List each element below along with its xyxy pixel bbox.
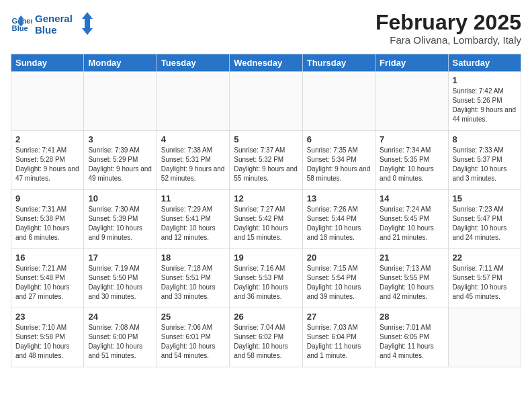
day-number: 6: [307, 134, 371, 144]
day-info: Sunrise: 7:29 AM Sunset: 5:41 PM Dayligh…: [161, 205, 225, 242]
day-info: Sunrise: 7:26 AM Sunset: 5:44 PM Dayligh…: [307, 205, 371, 242]
calendar-day-cell: [375, 72, 448, 131]
day-number: 9: [15, 193, 79, 203]
calendar-body: 1Sunrise: 7:42 AM Sunset: 5:26 PM Daylig…: [11, 72, 521, 367]
calendar-day-cell: 11Sunrise: 7:29 AM Sunset: 5:41 PM Dayli…: [157, 190, 229, 249]
day-info: Sunrise: 7:13 AM Sunset: 5:55 PM Dayligh…: [380, 264, 443, 302]
calendar-week-row: 16Sunrise: 7:21 AM Sunset: 5:48 PM Dayli…: [11, 249, 521, 308]
calendar-day-cell: 16Sunrise: 7:21 AM Sunset: 5:48 PM Dayli…: [11, 249, 84, 308]
weekday-header-cell: Saturday: [448, 54, 521, 72]
weekday-header-cell: Wednesday: [230, 54, 302, 72]
calendar-day-cell: 26Sunrise: 7:04 AM Sunset: 6:02 PM Dayli…: [230, 308, 302, 367]
calendar-day-cell: 4Sunrise: 7:38 AM Sunset: 5:31 PM Daylig…: [157, 131, 229, 190]
day-number: 26: [234, 312, 298, 322]
day-info: Sunrise: 7:15 AM Sunset: 5:54 PM Dayligh…: [307, 264, 371, 302]
day-number: 18: [161, 253, 225, 263]
weekday-header-row: SundayMondayTuesdayWednesdayThursdayFrid…: [11, 54, 521, 72]
svg-text:Blue: Blue: [12, 24, 28, 32]
day-info: Sunrise: 7:37 AM Sunset: 5:32 PM Dayligh…: [234, 146, 298, 183]
calendar-day-cell: 17Sunrise: 7:19 AM Sunset: 5:50 PM Dayli…: [84, 249, 157, 308]
day-number: 27: [307, 312, 371, 322]
calendar-day-cell: 22Sunrise: 7:11 AM Sunset: 5:57 PM Dayli…: [448, 249, 521, 308]
day-info: Sunrise: 7:30 AM Sunset: 5:39 PM Dayligh…: [88, 205, 152, 242]
day-info: Sunrise: 7:42 AM Sunset: 5:26 PM Dayligh…: [453, 87, 517, 124]
day-info: Sunrise: 7:11 AM Sunset: 5:57 PM Dayligh…: [453, 264, 517, 302]
svg-text:Blue: Blue: [35, 24, 57, 36]
day-number: 20: [307, 253, 371, 263]
svg-text:General: General: [35, 13, 73, 24]
day-info: Sunrise: 7:34 AM Sunset: 5:35 PM Dayligh…: [380, 146, 443, 183]
calendar-day-cell: 25Sunrise: 7:06 AM Sunset: 6:01 PM Dayli…: [157, 308, 229, 367]
day-number: 23: [15, 312, 79, 322]
calendar-table: SundayMondayTuesdayWednesdayThursdayFrid…: [11, 54, 521, 367]
calendar-day-cell: 23Sunrise: 7:10 AM Sunset: 5:58 PM Dayli…: [11, 308, 84, 367]
weekday-header-cell: Thursday: [302, 54, 375, 72]
day-info: Sunrise: 7:35 AM Sunset: 5:34 PM Dayligh…: [307, 146, 371, 183]
calendar-day-cell: 14Sunrise: 7:24 AM Sunset: 5:45 PM Dayli…: [375, 190, 448, 249]
calendar-day-cell: 24Sunrise: 7:08 AM Sunset: 6:00 PM Dayli…: [84, 308, 157, 367]
calendar-day-cell: 28Sunrise: 7:01 AM Sunset: 6:05 PM Dayli…: [375, 308, 448, 367]
day-number: 24: [88, 312, 152, 322]
day-number: 13: [307, 193, 371, 203]
day-info: Sunrise: 7:38 AM Sunset: 5:31 PM Dayligh…: [161, 146, 225, 183]
calendar-day-cell: 7Sunrise: 7:34 AM Sunset: 5:35 PM Daylig…: [375, 131, 448, 190]
day-info: Sunrise: 7:21 AM Sunset: 5:48 PM Dayligh…: [15, 264, 79, 302]
day-number: 3: [88, 134, 152, 144]
day-info: Sunrise: 7:39 AM Sunset: 5:29 PM Dayligh…: [88, 146, 152, 183]
day-info: Sunrise: 7:19 AM Sunset: 5:50 PM Dayligh…: [88, 264, 152, 302]
calendar-day-cell: 2Sunrise: 7:41 AM Sunset: 5:28 PM Daylig…: [11, 131, 84, 190]
calendar-day-cell: 10Sunrise: 7:30 AM Sunset: 5:39 PM Dayli…: [84, 190, 157, 249]
day-info: Sunrise: 7:24 AM Sunset: 5:45 PM Dayligh…: [380, 205, 443, 242]
day-info: Sunrise: 7:41 AM Sunset: 5:28 PM Dayligh…: [15, 146, 79, 183]
weekday-header-cell: Friday: [375, 54, 448, 72]
calendar-day-cell: [230, 72, 302, 131]
day-info: Sunrise: 7:10 AM Sunset: 5:58 PM Dayligh…: [15, 323, 79, 361]
logo-svg: General Blue: [35, 11, 95, 38]
day-info: Sunrise: 7:03 AM Sunset: 6:04 PM Dayligh…: [307, 323, 371, 361]
calendar-day-cell: 6Sunrise: 7:35 AM Sunset: 5:34 PM Daylig…: [302, 131, 375, 190]
day-number: 17: [88, 253, 152, 263]
calendar-day-cell: 18Sunrise: 7:18 AM Sunset: 5:51 PM Dayli…: [157, 249, 229, 308]
title-area: February 2025 Fara Olivana, Lombardy, It…: [375, 11, 521, 46]
day-number: 10: [88, 193, 152, 203]
location-subtitle: Fara Olivana, Lombardy, Italy: [375, 34, 521, 46]
day-number: 7: [380, 134, 443, 144]
day-info: Sunrise: 7:18 AM Sunset: 5:51 PM Dayligh…: [161, 264, 225, 302]
day-number: 21: [380, 253, 443, 263]
calendar-week-row: 23Sunrise: 7:10 AM Sunset: 5:58 PM Dayli…: [11, 308, 521, 367]
calendar-day-cell: 20Sunrise: 7:15 AM Sunset: 5:54 PM Dayli…: [302, 249, 375, 308]
day-number: 19: [234, 253, 298, 263]
day-number: 14: [380, 193, 443, 203]
weekday-header-cell: Monday: [84, 54, 157, 72]
day-info: Sunrise: 7:23 AM Sunset: 5:47 PM Dayligh…: [453, 205, 517, 242]
day-number: 4: [161, 134, 225, 144]
day-info: Sunrise: 7:04 AM Sunset: 6:02 PM Dayligh…: [234, 323, 298, 361]
day-info: Sunrise: 7:06 AM Sunset: 6:01 PM Dayligh…: [161, 323, 225, 361]
calendar-day-cell: [11, 72, 84, 131]
day-info: Sunrise: 7:27 AM Sunset: 5:42 PM Dayligh…: [234, 205, 298, 242]
day-number: 11: [161, 193, 225, 203]
page-header: General Blue General Blue February 2025 …: [11, 11, 521, 46]
day-info: Sunrise: 7:31 AM Sunset: 5:38 PM Dayligh…: [15, 205, 79, 242]
day-number: 28: [380, 312, 443, 322]
weekday-header-cell: Tuesday: [157, 54, 229, 72]
calendar-day-cell: 13Sunrise: 7:26 AM Sunset: 5:44 PM Dayli…: [302, 190, 375, 249]
day-number: 8: [453, 134, 517, 144]
calendar-day-cell: 3Sunrise: 7:39 AM Sunset: 5:29 PM Daylig…: [84, 131, 157, 190]
day-info: Sunrise: 7:01 AM Sunset: 6:05 PM Dayligh…: [380, 323, 443, 361]
day-info: Sunrise: 7:33 AM Sunset: 5:37 PM Dayligh…: [453, 146, 517, 183]
calendar-day-cell: 1Sunrise: 7:42 AM Sunset: 5:26 PM Daylig…: [448, 72, 521, 131]
calendar-week-row: 2Sunrise: 7:41 AM Sunset: 5:28 PM Daylig…: [11, 131, 521, 190]
day-info: Sunrise: 7:16 AM Sunset: 5:53 PM Dayligh…: [234, 264, 298, 302]
month-title: February 2025: [375, 11, 521, 34]
calendar-day-cell: 9Sunrise: 7:31 AM Sunset: 5:38 PM Daylig…: [11, 190, 84, 249]
calendar-day-cell: [157, 72, 229, 131]
day-number: 16: [15, 253, 79, 263]
day-number: 25: [161, 312, 225, 322]
calendar-day-cell: [302, 72, 375, 131]
calendar-day-cell: 8Sunrise: 7:33 AM Sunset: 5:37 PM Daylig…: [448, 131, 521, 190]
calendar-week-row: 9Sunrise: 7:31 AM Sunset: 5:38 PM Daylig…: [11, 190, 521, 249]
calendar-day-cell: 15Sunrise: 7:23 AM Sunset: 5:47 PM Dayli…: [448, 190, 521, 249]
calendar-day-cell: 21Sunrise: 7:13 AM Sunset: 5:55 PM Dayli…: [375, 249, 448, 308]
day-number: 22: [453, 253, 517, 263]
